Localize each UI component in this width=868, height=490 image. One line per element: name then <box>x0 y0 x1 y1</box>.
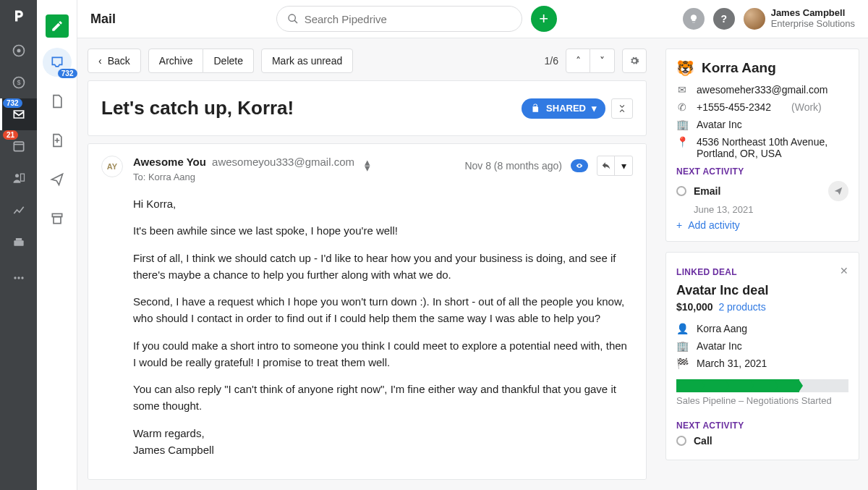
deal-next-activity-title: NEXT ACTIVITY <box>676 421 848 431</box>
close-icon[interactable]: ✕ <box>840 265 848 276</box>
svg-rect-9 <box>15 238 21 240</box>
deal-title[interactable]: Avatar Inc deal <box>676 283 848 298</box>
phone-label: (Work) <box>791 101 822 113</box>
back-button[interactable]: ‹Back <box>88 48 141 73</box>
svg-point-15 <box>289 14 295 21</box>
caret-down-icon: ▾ <box>592 103 597 114</box>
next-msg-button[interactable]: ˅ <box>590 48 615 73</box>
email-icon: ✉ <box>676 84 688 96</box>
rail-contacts[interactable] <box>0 162 37 194</box>
tips-icon[interactable] <box>683 8 705 30</box>
rail-focus[interactable] <box>0 35 37 67</box>
activity-date: June 13, 2021 <box>694 204 848 215</box>
user-company: Enterprise Solutions <box>771 19 855 30</box>
deal-org[interactable]: Avatar Inc <box>697 340 742 352</box>
linked-deal-title: LINKED DEAL <box>676 267 737 277</box>
svg-rect-7 <box>20 174 24 181</box>
activity-radio[interactable] <box>676 436 686 446</box>
expand-details-icon[interactable] <box>365 159 370 170</box>
search-icon <box>287 13 299 25</box>
svg-point-6 <box>15 174 19 177</box>
collapse-button[interactable] <box>611 98 633 119</box>
contact-name[interactable]: Korra Aang <box>702 60 776 76</box>
settings-button[interactable] <box>622 48 647 73</box>
rail-insights[interactable] <box>0 194 37 226</box>
rail-deals[interactable]: $ <box>0 67 37 98</box>
svg-rect-8 <box>14 240 23 246</box>
user-menu[interactable]: James Campbell Enterprise Solutions <box>744 8 855 30</box>
avatar-icon <box>744 8 765 30</box>
contact-address: 4536 Northeast 10th Avenue, Portland, OR… <box>697 136 848 159</box>
unlock-icon <box>530 104 540 114</box>
calendar-badge: 21 <box>3 130 18 140</box>
deal-activity-label: Call <box>694 435 712 447</box>
logo-icon[interactable] <box>12 7 26 25</box>
reply-menu[interactable]: ▾ <box>615 156 632 175</box>
mail-subbar: 732 <box>37 0 77 490</box>
mark-unread-button[interactable]: Mark as unread <box>261 48 353 73</box>
person-icon: 👤 <box>676 323 688 334</box>
prev-msg-button[interactable]: ˄ <box>566 48 590 73</box>
add-activity-button[interactable]: +Add activity <box>676 219 848 231</box>
pipeline-stages[interactable] <box>676 379 848 392</box>
mail-actions: ‹Back Archive Delete Mark as unread 1/6 … <box>88 48 647 73</box>
svg-point-1 <box>17 49 20 53</box>
deal-activity-row[interactable]: Call <box>676 432 848 449</box>
message-body: Hi Korra, It's been awhile since we last… <box>133 195 633 458</box>
activity-radio[interactable] <box>676 186 686 196</box>
rail-products[interactable] <box>0 226 37 258</box>
sub-templates[interactable] <box>43 126 72 155</box>
tracking-icon[interactable] <box>571 159 588 172</box>
phone-icon: ✆ <box>676 101 688 113</box>
module-title: Mail <box>90 12 116 27</box>
svg-point-10 <box>14 276 16 279</box>
to-line: To: Korra Aang <box>133 172 370 182</box>
user-name: James Campbell <box>771 8 855 19</box>
contact-org[interactable]: Avatar Inc <box>697 119 742 130</box>
sub-inbox[interactable]: 732 <box>43 48 72 77</box>
search-box[interactable] <box>276 6 522 32</box>
send-icon[interactable] <box>828 181 848 201</box>
contact-panel: 🐯 Korra Aang ✉awesomeher333@gmail.com ✆+… <box>665 48 859 242</box>
shared-toggle[interactable]: SHARED ▾ <box>522 98 605 119</box>
activity-row[interactable]: Email <box>676 178 848 204</box>
sub-sent[interactable] <box>43 165 72 194</box>
nav-rail: $ 732 21 <box>0 0 37 490</box>
contact-avatar-icon: 🐯 <box>676 59 694 77</box>
thread: AY Awesome You awesomeyou333@gmail.com T… <box>88 143 647 480</box>
reply-group: ▾ <box>597 156 633 176</box>
rail-mail[interactable]: 732 <box>0 98 37 130</box>
plus-icon: + <box>676 219 682 231</box>
deal-products[interactable]: 2 products <box>718 301 765 313</box>
contact-phone[interactable]: +1555-455-2342 <box>697 101 771 113</box>
from-email: awesomeyou333@gmail.com <box>212 156 354 168</box>
svg-point-12 <box>21 276 23 279</box>
contact-email[interactable]: awesomeher333@gmail.com <box>697 84 828 96</box>
inbox-badge: 732 <box>58 69 77 78</box>
archive-button[interactable]: Archive <box>148 48 204 73</box>
deal-person[interactable]: Korra Aang <box>697 323 747 334</box>
deal-panel: LINKED DEAL ✕ Avatar Inc deal $10,000 2 … <box>665 252 859 460</box>
subject-card: Let's catch up, Korra! SHARED ▾ <box>88 80 647 136</box>
reply-button[interactable] <box>597 156 615 175</box>
sub-archive[interactable] <box>43 204 72 233</box>
rail-calendar[interactable]: 21 <box>0 130 37 162</box>
svg-text:$: $ <box>17 79 20 86</box>
sub-drafts[interactable] <box>43 87 72 116</box>
search-input[interactable] <box>305 13 511 25</box>
pipeline-label: Sales Pipeline – Negotiations Started <box>676 395 848 406</box>
svg-line-16 <box>294 20 297 23</box>
msg-date: Nov 8 (8 months ago) <box>464 160 562 172</box>
deal-value: $10,000 <box>676 301 713 313</box>
org-icon: 🏢 <box>676 119 688 130</box>
gear-icon <box>629 56 639 66</box>
rail-more[interactable] <box>0 262 37 294</box>
pager-label: 1/6 <box>545 55 558 67</box>
delete-button[interactable]: Delete <box>203 48 253 73</box>
global-add-button[interactable]: + <box>531 6 557 32</box>
org-icon: 🏢 <box>676 340 688 352</box>
compose-button[interactable] <box>46 14 69 38</box>
deal-date: March 31, 2021 <box>697 358 767 369</box>
message: AY Awesome You awesomeyou333@gmail.com T… <box>88 144 646 480</box>
help-icon[interactable]: ? <box>713 8 735 30</box>
